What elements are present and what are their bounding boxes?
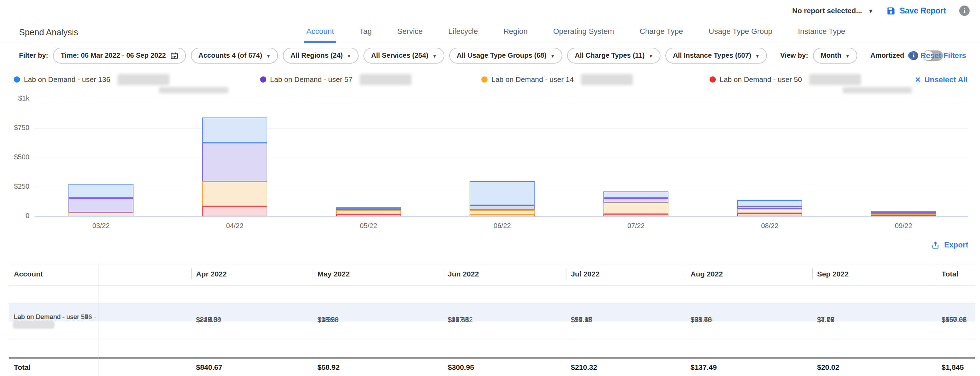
- reset-filters-button[interactable]: Reset Filters: [907, 51, 966, 60]
- unselect-all-label: Unselect All: [924, 75, 967, 84]
- filter-pill-all-instance-types-507[interactable]: All Instance Types (507): [665, 48, 767, 63]
- bar-segment-lab-on-demand-user-14[interactable]: [603, 203, 668, 214]
- bar-segment-lab-on-demand-user-57[interactable]: [336, 209, 401, 210]
- top-bar: No report selected... Save Report: [0, 0, 970, 21]
- tab-usage-type-group[interactable]: Usage Type Group: [706, 21, 774, 43]
- y-axis-tick-label: $1k: [0, 94, 29, 102]
- spend-analysis-page: No report selected... Save Report Spend …: [0, 0, 980, 376]
- bar-segment-lab-on-demand-user-57[interactable]: [603, 198, 668, 203]
- legend-label: Lab on Demand - user 57: [270, 75, 352, 84]
- export-button[interactable]: Export: [931, 241, 968, 249]
- bar-segment-lab-on-demand-user-136[interactable]: [336, 207, 401, 209]
- redacted-text: [118, 74, 169, 85]
- account-column-divider: [99, 263, 99, 376]
- info-icon[interactable]: [959, 6, 970, 16]
- reset-filters-label: Reset Filters: [921, 51, 966, 60]
- legend-dot-icon: [260, 76, 266, 82]
- bar-segment-lab-on-demand-user-136[interactable]: [871, 211, 936, 212]
- bar-segment-lab-on-demand-user-50[interactable]: [469, 214, 535, 216]
- unselect-all-button[interactable]: Unselect All: [915, 75, 967, 84]
- filter-pill-all-services-254[interactable]: All Services (254): [363, 48, 444, 63]
- legend-label: Lab on Demand - user 136: [24, 75, 110, 84]
- report-selector-value: No report selected...: [792, 6, 862, 15]
- bar-segment-lab-on-demand-user-57[interactable]: [469, 205, 535, 210]
- total-label: Total: [14, 359, 31, 376]
- filter-pill-all-usage-type-groups-68[interactable]: All Usage Type Groups (68): [449, 48, 563, 63]
- legend-item-lab-on-demand-user-136[interactable]: Lab on Demand - user 136: [14, 74, 169, 85]
- y-axis-tick-label: 0: [0, 212, 29, 220]
- chevron-down-icon: [550, 51, 555, 59]
- filter-pill-all-regions-24[interactable]: All Regions (24): [283, 48, 359, 63]
- x-axis-tick-label: 09/22: [871, 222, 936, 230]
- x-axis-tick-label: 08/22: [737, 222, 802, 230]
- gridline: [35, 128, 968, 129]
- account-name: Lab on Demand - user 50 -: [14, 313, 92, 321]
- tab-strip: AccountTagServiceLifecycleRegionOperatin…: [304, 21, 847, 43]
- save-report-button[interactable]: Save Report: [886, 6, 946, 16]
- table-total-row: Total$840.67$58.92$300.95$210.32$137.49$…: [9, 357, 975, 376]
- bar-segment-lab-on-demand-user-136[interactable]: [202, 117, 267, 143]
- gridline: [35, 99, 968, 99]
- table-row-lab-on-demand-user-50[interactable]: Lab on Demand - user 50 -$84.10$18.28$15…: [9, 340, 975, 357]
- bar-segment-lab-on-demand-user-14[interactable]: [871, 214, 936, 215]
- legend-item-lab-on-demand-user-50[interactable]: Lab on Demand - user 50: [710, 74, 861, 85]
- total-value-cell: $840.67: [196, 359, 222, 376]
- bar-segment-lab-on-demand-user-136[interactable]: [68, 184, 134, 198]
- bar-segment-lab-on-demand-user-50[interactable]: [737, 213, 802, 216]
- bar-segment-lab-on-demand-user-57[interactable]: [871, 212, 936, 214]
- tab-service[interactable]: Service: [395, 21, 425, 43]
- bar-segment-lab-on-demand-user-50[interactable]: [336, 214, 401, 216]
- tab-operating-system[interactable]: Operating System: [551, 21, 616, 43]
- filter-pill-label: All Regions (24): [291, 51, 343, 59]
- column-divider: [812, 268, 813, 279]
- filter-pill-label: All Charge Types (11): [575, 51, 644, 59]
- save-icon: [886, 6, 896, 16]
- page-title: Spend Analysis: [19, 21, 78, 43]
- spend-stacked-bar-chart: $1k$750$500$250003/2204/2205/2206/2207/2…: [0, 93, 980, 232]
- bar-segment-lab-on-demand-user-136[interactable]: [469, 181, 535, 206]
- tab-account[interactable]: Account: [304, 21, 336, 43]
- bar-segment-lab-on-demand-user-14[interactable]: [202, 181, 267, 206]
- tab-instance-type[interactable]: Instance Type: [796, 21, 848, 43]
- chevron-down-icon: [755, 51, 759, 59]
- tab-charge-type[interactable]: Charge Type: [638, 21, 686, 43]
- bar-segment-lab-on-demand-user-136[interactable]: [603, 192, 668, 198]
- bar-segment-lab-on-demand-user-14[interactable]: [737, 209, 802, 213]
- x-icon: [915, 75, 921, 84]
- column-divider: [191, 268, 192, 279]
- bar-segment-lab-on-demand-user-57[interactable]: [202, 143, 267, 181]
- x-axis-tick-label: 05/22: [336, 222, 401, 230]
- x-axis-tick-label: 03/22: [68, 222, 134, 230]
- legend-item-lab-on-demand-user-14[interactable]: Lab on Demand - user 14: [481, 74, 633, 85]
- bar-segment-lab-on-demand-user-57[interactable]: [737, 206, 802, 209]
- bar-segment-lab-on-demand-user-50[interactable]: [603, 214, 668, 216]
- bar-segment-lab-on-demand-user-50[interactable]: [202, 206, 267, 216]
- y-axis-tick-label: $500: [0, 153, 29, 161]
- bar-segment-lab-on-demand-user-136[interactable]: [737, 200, 802, 206]
- filter-pill-all-charge-types-11[interactable]: All Charge Types (11): [567, 48, 660, 63]
- view-by-dropdown[interactable]: Month: [813, 48, 857, 63]
- chevron-down-icon: [266, 51, 270, 59]
- total-value-cell: $1,845: [942, 359, 964, 376]
- export-label: Export: [944, 241, 968, 249]
- tab-region[interactable]: Region: [501, 21, 530, 43]
- chevron-down-icon: [347, 51, 351, 59]
- bar-segment-lab-on-demand-user-50[interactable]: [871, 215, 936, 216]
- legend-item-lab-on-demand-user-57[interactable]: Lab on Demand - user 57: [260, 74, 412, 85]
- tab-tag[interactable]: Tag: [358, 21, 374, 43]
- report-selector-dropdown[interactable]: No report selected...: [792, 6, 873, 15]
- export-icon: [931, 241, 940, 249]
- time-filter-pill[interactable]: Time: 06 Mar 2022 - 06 Sep 2022: [53, 48, 186, 63]
- bar-segment-lab-on-demand-user-14[interactable]: [336, 210, 401, 214]
- bar-segment-lab-on-demand-user-14[interactable]: [68, 213, 134, 216]
- filter-pill-accounts-4-of-674[interactable]: Accounts 4 (of 674): [191, 48, 278, 63]
- bar-segment-lab-on-demand-user-14[interactable]: [469, 210, 535, 214]
- table-toolbar: Export: [0, 239, 980, 256]
- save-report-label: Save Report: [900, 6, 946, 16]
- total-value-cell: $137.49: [690, 359, 717, 376]
- spend-table: AccountApr 2022May 2022Jun 2022Jul 2022A…: [9, 263, 975, 376]
- x-axis-tick-label: 04/22: [202, 222, 267, 230]
- bar-segment-lab-on-demand-user-57[interactable]: [68, 198, 134, 212]
- tab-lifecycle[interactable]: Lifecycle: [446, 21, 480, 43]
- filter-bar: Filter by: Time: 06 Mar 2022 - 06 Sep 20…: [0, 43, 980, 68]
